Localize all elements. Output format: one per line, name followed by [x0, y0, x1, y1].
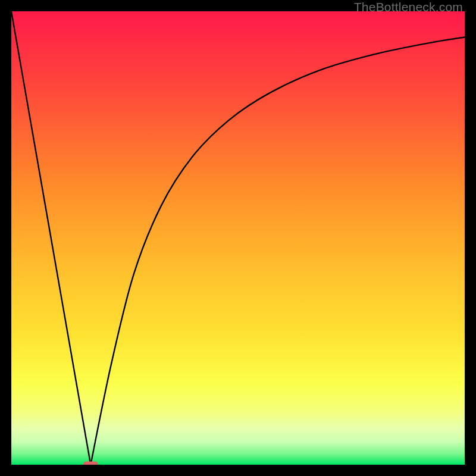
chart-frame	[11, 11, 465, 465]
marker-layer	[83, 461, 98, 465]
watermark-text: TheBottleneck.com	[354, 0, 463, 14]
chart-svg	[11, 11, 465, 465]
min-marker-pill	[83, 461, 98, 465]
